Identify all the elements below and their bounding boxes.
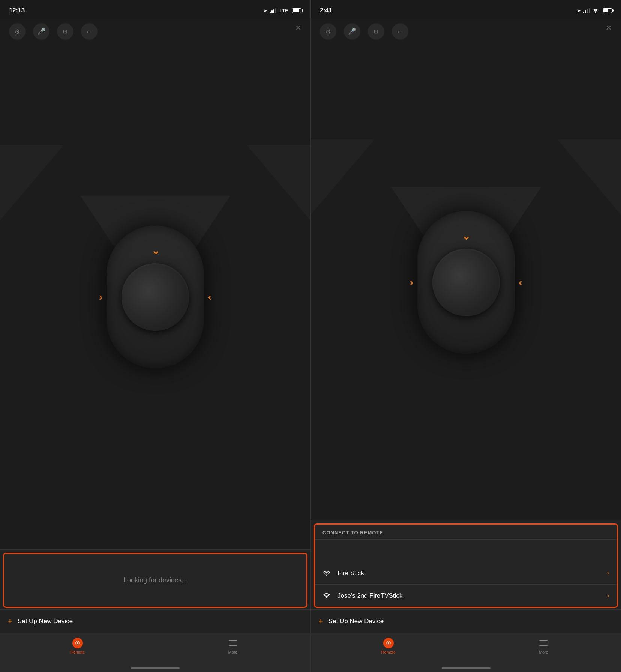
battery-icon-left [292, 8, 302, 13]
status-time-left: 12:13 [9, 7, 25, 14]
remote-background-right: ⚙ 🎤 ⊡ ▭ ✕ ⌄ › ‹ [311, 19, 621, 520]
close-icon-left[interactable]: ✕ [295, 23, 302, 32]
connect-panel-right: CONNECT TO REMOTE Fire Stick › [314, 524, 618, 608]
right-phone-panel: 2:41 ➤ [310, 0, 621, 672]
nav-area-right: ⌄ › ‹ [432, 249, 500, 316]
remote-tab-label-left: Remote [70, 650, 85, 654]
status-icons-left: ➤ LTE [262, 8, 302, 14]
signal-bars-left [270, 8, 276, 13]
svg-point-2 [326, 597, 327, 598]
looking-text: Looking for devices... [116, 554, 195, 607]
chevron-firestick: › [607, 569, 609, 577]
location-icon-right: ➤ [577, 8, 581, 14]
cast-icon-right[interactable]: ⊡ [368, 23, 384, 40]
remote-casing-right: ⌄ › ‹ [417, 211, 515, 354]
setup-text-right: Set Up New Device [328, 618, 384, 625]
arrow-left-right[interactable]: › [410, 276, 413, 288]
device-item-firestick[interactable]: Fire Stick › [315, 562, 617, 585]
more-tab-icon-left [228, 638, 238, 648]
tab-remote-left[interactable]: Remote [0, 638, 155, 654]
network-type-left: LTE [279, 8, 288, 14]
device-name-firestick2: Jose's 2nd FireTVStick [338, 592, 607, 600]
setup-text-left: Set Up New Device [18, 618, 73, 625]
remote-top-icons-left: ⚙ 🎤 ⊡ ▭ [9, 23, 98, 40]
remote-background-left: ⚙ 🎤 ⊡ ▭ ✕ ⌄ › [0, 19, 310, 549]
nav-area-left: ⌄ › ‹ [122, 263, 189, 331]
arrow-left-left[interactable]: › [99, 291, 102, 303]
remote-top-icons-right: ⚙ 🎤 ⊡ ▭ [320, 23, 408, 40]
svg-point-1 [326, 575, 327, 576]
arrow-up-right[interactable]: ⌄ [462, 230, 470, 242]
plus-icon-left: + [8, 616, 12, 626]
wifi-icon-device2 [322, 591, 331, 600]
bottom-panel-right: CONNECT TO REMOTE Fire Stick › [311, 520, 621, 672]
more-tab-icon-right [538, 638, 549, 648]
screen-icon-right[interactable]: ▭ [392, 23, 408, 40]
setup-new-device-right[interactable]: + Set Up New Device [311, 609, 621, 633]
device-name-firestick: Fire Stick [338, 570, 607, 577]
status-bar-left: 12:13 ➤ LTE [0, 0, 310, 19]
home-indicator-right [311, 664, 621, 672]
tab-bar-left: Remote More [0, 633, 310, 664]
tab-remote-right[interactable]: Remote [311, 638, 466, 654]
mic-icon-right[interactable]: 🎤 [344, 23, 360, 40]
remote-visual-left: ⌄ › ‹ [0, 44, 310, 549]
bottom-panel-left: Looking for devices... + Set Up New Devi… [0, 549, 310, 672]
setup-new-device-left[interactable]: + Set Up New Device [0, 609, 310, 633]
tab-more-left[interactable]: More [155, 638, 310, 654]
close-icon-right[interactable]: ✕ [606, 23, 612, 32]
home-bar-left [131, 668, 180, 669]
remote-casing-left: ⌄ › ‹ [106, 226, 204, 368]
remote-visual-right: ⌄ › ‹ [311, 44, 621, 520]
connect-title: CONNECT TO REMOTE [315, 525, 617, 540]
status-time-right: 2:41 [320, 7, 332, 14]
connect-panel-left: Looking for devices... [3, 553, 308, 608]
remote-tab-label-right: Remote [381, 650, 396, 654]
device-item-firestick2[interactable]: Jose's 2nd FireTVStick › [315, 585, 617, 607]
wifi-icon-right [592, 8, 599, 13]
remote-top-bar-right: ⚙ 🎤 ⊡ ▭ ✕ [311, 19, 621, 44]
settings-icon-right[interactable]: ⚙ [320, 23, 336, 40]
battery-icon-right [603, 8, 612, 13]
cast-icon-left[interactable]: ⊡ [57, 23, 74, 40]
nav-circle-left[interactable] [122, 263, 189, 331]
remote-top-bar-left: ⚙ 🎤 ⊡ ▭ ✕ [0, 19, 310, 44]
home-indicator-left [0, 664, 310, 672]
more-tab-label-left: More [228, 650, 237, 654]
remote-tab-icon-right [383, 638, 394, 648]
location-icon-left: ➤ [263, 8, 267, 14]
screen-icon-left[interactable]: ▭ [81, 23, 98, 40]
looking-container: Looking for devices... [4, 554, 306, 607]
settings-icon-left[interactable]: ⚙ [9, 23, 26, 40]
arrow-right-left[interactable]: ‹ [208, 291, 212, 303]
arrow-right-right[interactable]: ‹ [519, 276, 522, 288]
home-bar-right [442, 668, 490, 669]
remote-tab-icon-left [72, 638, 83, 648]
chevron-firestick2: › [607, 592, 609, 600]
device-list-right: Fire Stick › Jose's 2nd FireTVStick › [315, 562, 617, 607]
arrow-up-left[interactable]: ⌄ [151, 244, 160, 257]
svg-point-0 [595, 12, 596, 13]
tab-bar-right: Remote More [311, 633, 621, 664]
status-bar-right: 2:41 ➤ [311, 0, 621, 19]
mic-icon-left[interactable]: 🎤 [33, 23, 50, 40]
more-tab-label-right: More [539, 650, 548, 654]
plus-icon-right: + [318, 616, 323, 626]
spacer-right [315, 540, 617, 562]
signal-bars-right [583, 8, 590, 13]
nav-circle-right[interactable] [432, 249, 500, 316]
wifi-icon-device1 [322, 569, 331, 578]
status-icons-right: ➤ [576, 8, 612, 14]
tab-more-right[interactable]: More [466, 638, 621, 654]
left-phone-panel: 12:13 ➤ LTE ⚙ 🎤 [0, 0, 310, 672]
